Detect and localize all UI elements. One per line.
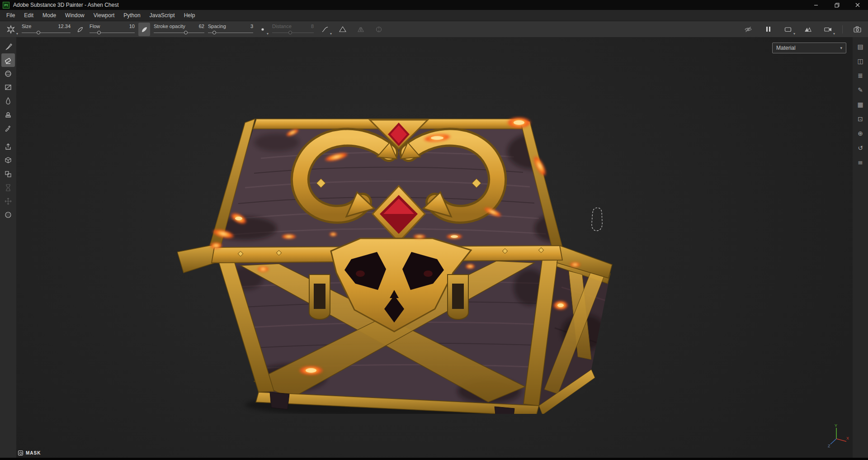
size-slider[interactable]: [22, 30, 71, 35]
geometry-mask-tool[interactable]: [1, 154, 15, 167]
instances-tool[interactable]: [1, 167, 15, 181]
eraser-icon: [4, 56, 12, 64]
viewport-frame-icon: [784, 25, 792, 33]
menu-viewport[interactable]: Viewport: [89, 10, 119, 21]
brush-angle-icon: [141, 26, 148, 33]
ashen-chest-model[interactable]: [177, 115, 620, 414]
menu-javascript[interactable]: JavaScript: [145, 10, 179, 21]
brush-preset-icon: [6, 25, 15, 34]
screenshot-camera-button[interactable]: [850, 23, 864, 36]
material-picker-icon: [5, 124, 12, 132]
smudge-tool[interactable]: [1, 94, 15, 108]
symmetry-mirror-button: [354, 23, 368, 36]
lazy-mouse-button[interactable]: [257, 23, 269, 36]
brush-preset-button[interactable]: [4, 23, 18, 36]
brush-tip-button[interactable]: [74, 23, 86, 36]
hourglass-icon: [4, 184, 12, 192]
visibility-off-button[interactable]: [741, 23, 755, 36]
transform-icon: [4, 197, 12, 205]
paint-brush-tool[interactable]: [1, 40, 15, 53]
texture-set-settings-panel-icon[interactable]: ▤: [856, 43, 865, 51]
camera-view-button[interactable]: [821, 23, 835, 36]
paint-brush-icon: [4, 43, 12, 51]
right-panel-strip: ▤ ◫ ≣ ✎ ▦ ⊡ ⊕ ↺ ≡: [853, 37, 868, 458]
brush-settings-panel-icon[interactable]: ✎: [856, 86, 865, 95]
viewport-3d[interactable]: Material ▾ MASK Y X Z: [16, 37, 853, 458]
export-icon: [4, 143, 12, 151]
pause-button[interactable]: [761, 23, 775, 36]
material-mode-dropdown[interactable]: Material ▾: [772, 43, 846, 53]
size-label: Size: [22, 24, 31, 29]
instances-icon: [4, 170, 12, 178]
stroke-opacity-value[interactable]: 62: [199, 24, 204, 29]
brush-cursor-outline: [587, 206, 608, 234]
maximize-button[interactable]: [826, 0, 847, 10]
spacing-value[interactable]: 3: [250, 24, 253, 29]
left-toolbar: [0, 37, 16, 458]
app-icon: Pt: [3, 2, 9, 9]
size-value[interactable]: 12.34: [58, 24, 71, 29]
window-title: Adobe Substance 3D Painter - Ashen Chest: [13, 2, 118, 8]
window-controls: [806, 0, 868, 10]
history-panel-icon[interactable]: ↺: [856, 144, 865, 152]
material-picker-tool[interactable]: [1, 121, 15, 135]
restore-icon: [835, 3, 840, 8]
symmetry-pyramid-button[interactable]: [335, 23, 350, 36]
split-view-panel-icon[interactable]: ◫: [856, 57, 865, 66]
sphere-icon: [4, 211, 12, 219]
chest-model-wrap: [177, 115, 620, 414]
screenshot-camera-icon: [853, 25, 862, 33]
stroke-opacity-label: Stroke opacity: [154, 24, 185, 29]
symmetry-mirror-icon: [357, 25, 365, 33]
menu-python[interactable]: Python: [119, 10, 145, 21]
flow-value[interactable]: 10: [129, 24, 135, 29]
material-mode-value: Material: [776, 45, 796, 51]
eraser-tool[interactable]: [1, 53, 15, 67]
close-button[interactable]: [847, 0, 868, 10]
menu-help[interactable]: Help: [179, 10, 200, 21]
log-panel-icon[interactable]: ≡: [856, 158, 865, 167]
lazy-mouse-icon: [259, 26, 266, 33]
layers-panel-icon[interactable]: ≣: [856, 71, 865, 80]
camera-view-icon: [824, 25, 832, 33]
viewport-shading-button[interactable]: [801, 23, 815, 36]
brush-angle-button[interactable]: [138, 23, 150, 36]
assets-panel-icon[interactable]: ▦: [856, 100, 865, 109]
clone-stamp-tool[interactable]: [1, 108, 15, 121]
stroke-opacity-slider[interactable]: [154, 30, 204, 35]
sphere-tool[interactable]: [1, 208, 15, 222]
spacing-label: Spacing: [208, 24, 226, 29]
distance-value: 8: [311, 24, 314, 29]
tool-options-bar: Size 12.34 Flow 10 Stroke opacity 62: [0, 21, 868, 37]
polygon-fill-tool[interactable]: [1, 81, 15, 94]
param-flow: Flow 10: [90, 24, 135, 35]
titlebar: Pt Adobe Substance 3D Painter - Ashen Ch…: [0, 0, 868, 10]
menu-file[interactable]: File: [2, 10, 19, 21]
shader-settings-panel-icon[interactable]: ⊕: [856, 129, 865, 138]
menu-window[interactable]: Window: [61, 10, 89, 21]
chevron-down-icon: ▾: [840, 46, 842, 50]
spacing-slider[interactable]: [208, 30, 253, 35]
polygon-fill-icon: [4, 83, 12, 91]
axis-y-label: Y: [835, 423, 837, 428]
menu-edit[interactable]: Edit: [19, 10, 38, 21]
param-distance: Distance 8: [272, 24, 314, 35]
projection-tool[interactable]: [1, 67, 15, 81]
visibility-off-icon: [744, 25, 752, 33]
display-settings-panel-icon[interactable]: ⊡: [856, 115, 865, 123]
viewport-frame-button[interactable]: [781, 23, 795, 36]
axis-gizmo[interactable]: Y X Z: [827, 423, 849, 448]
falloff-curve-button[interactable]: [317, 23, 332, 36]
export-resources-tool[interactable]: [1, 140, 15, 154]
brush-tip-icon: [76, 26, 84, 33]
menu-mode[interactable]: Mode: [38, 10, 61, 21]
main-area: Material ▾ MASK Y X Z ▤ ◫ ≣ ✎ ▦ ⊡ ⊕ ↺ ≡: [0, 37, 868, 458]
minimize-button[interactable]: [806, 0, 826, 10]
toolbar-separator: [842, 25, 843, 33]
param-stroke-opacity: Stroke opacity 62: [154, 24, 204, 35]
flow-slider[interactable]: [90, 30, 135, 35]
axis-x-label: X: [846, 436, 849, 441]
close-icon: [855, 3, 860, 7]
geometry-mask-icon: [4, 156, 12, 165]
bake-tool: [1, 181, 15, 194]
